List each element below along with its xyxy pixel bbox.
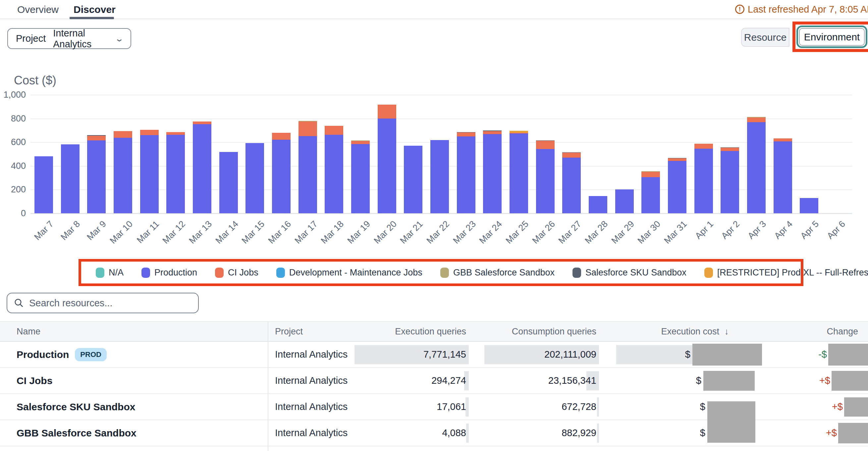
table-row-salesforce-sku-sandbox[interactable]: Salesforce SKU SandboxInternal Analytics… bbox=[0, 394, 868, 420]
x-axis-tick-mar-14: Mar 14 bbox=[213, 219, 240, 246]
x-axis-tick-mar-21: Mar 21 bbox=[398, 219, 425, 246]
x-axis-tick-mar-25: Mar 25 bbox=[504, 219, 531, 246]
execution-queries-cell: 17,061 bbox=[358, 394, 469, 420]
bar-segment-production bbox=[774, 141, 792, 213]
column-header-change[interactable]: Change bbox=[762, 326, 868, 337]
tab-discover[interactable]: Discover bbox=[73, 4, 116, 15]
execution-queries-cell-value: 4,088 bbox=[442, 427, 466, 439]
project-cell: Internal Analytics bbox=[268, 368, 358, 393]
redacted-change-block bbox=[832, 371, 868, 391]
bar-segment-ci-jobs bbox=[774, 138, 792, 142]
change-cell: +$ bbox=[762, 394, 868, 420]
legend-item-gbb-salesforce-sandbox[interactable]: GBB Salesforce Sandbox bbox=[440, 267, 555, 278]
x-axis-tick-apr-4: Apr 4 bbox=[772, 219, 795, 241]
y-axis-tick-1000: 1,000 bbox=[0, 90, 26, 100]
cost-bar-chart: 02004006008001,000Mar 7Mar 8Mar 9Mar 10M… bbox=[30, 95, 849, 214]
x-axis-tick-mar-30: Mar 30 bbox=[636, 219, 662, 246]
x-axis-tick-apr-1: Apr 1 bbox=[693, 219, 716, 241]
environment-toggle-button[interactable]: Environment bbox=[799, 28, 865, 46]
bar-apr-5 bbox=[800, 198, 818, 213]
redacted-change-block bbox=[838, 423, 868, 443]
x-axis-tick-mar-9: Mar 9 bbox=[85, 219, 108, 243]
bar-segment-production bbox=[720, 151, 739, 213]
consumption-queries-cell-value: 23,156,341 bbox=[548, 375, 596, 386]
legend-item-n-a[interactable]: N/A bbox=[96, 267, 124, 278]
bar-segment-production bbox=[668, 161, 686, 213]
x-axis-tick-mar-15: Mar 15 bbox=[240, 219, 267, 246]
bar-segment-production bbox=[536, 149, 555, 213]
bar-mar-10 bbox=[114, 131, 132, 213]
bar-mar-30 bbox=[641, 171, 660, 213]
legend-label: [RESTRICTED] Prod XL -- Full-Refresh job… bbox=[717, 267, 868, 278]
x-axis-tick-mar-12: Mar 12 bbox=[161, 219, 187, 246]
resource-name-cell[interactable]: Salesforce SKU Sandbox bbox=[0, 394, 268, 420]
x-axis-tick-mar-23: Mar 23 bbox=[451, 219, 478, 246]
legend-swatch-icon bbox=[704, 267, 713, 278]
bar-mar-21 bbox=[404, 146, 423, 213]
bar-segment-production bbox=[87, 140, 106, 213]
column-header-execution-cost[interactable]: Execution cost ↓ bbox=[599, 326, 762, 337]
bar-segment-production bbox=[34, 156, 53, 213]
resource-name-cell[interactable]: CI Jobs bbox=[0, 368, 268, 393]
resource-name-cell[interactable]: GBB Salesforce Sandbox bbox=[0, 420, 268, 446]
x-axis-tick-mar-28: Mar 28 bbox=[583, 219, 610, 246]
bar-mar-25 bbox=[509, 131, 528, 213]
x-axis-tick-apr-5: Apr 5 bbox=[799, 219, 821, 241]
x-axis-tick-mar-8: Mar 8 bbox=[59, 219, 82, 243]
bar-segment-ci-jobs bbox=[720, 148, 739, 151]
resource-name: CI Jobs bbox=[17, 375, 52, 386]
bar-apr-4 bbox=[774, 138, 792, 213]
column-header-project[interactable]: Project bbox=[268, 326, 358, 337]
search-box[interactable] bbox=[7, 293, 199, 313]
search-input[interactable] bbox=[29, 298, 191, 309]
project-filter-dropdown[interactable]: Project Internal Analytics ⌄ bbox=[7, 28, 131, 49]
bar-segment-production bbox=[615, 189, 634, 213]
dollar-sign: $ bbox=[685, 349, 690, 360]
resource-name-cell[interactable]: ProductionPROD bbox=[0, 342, 268, 367]
bar-segment-ci-jobs bbox=[483, 131, 502, 134]
x-axis-tick-mar-20: Mar 20 bbox=[372, 219, 399, 246]
column-header-name[interactable]: Name bbox=[0, 326, 268, 337]
x-axis-tick-mar-13: Mar 13 bbox=[187, 219, 214, 246]
resource-name: Salesforce SKU Sandbox bbox=[17, 401, 135, 413]
x-axis-tick-mar-17: Mar 17 bbox=[292, 219, 319, 246]
bar-segment-production bbox=[483, 134, 502, 213]
legend-item-salesforce-sku-sandbox[interactable]: Salesforce SKU Sandbox bbox=[572, 267, 686, 278]
execution-queries-cell: 4,088 bbox=[358, 420, 469, 446]
bar-segment-ci-jobs bbox=[114, 131, 132, 138]
bar-mar-23 bbox=[457, 132, 475, 213]
x-axis-tick-apr-6: Apr 6 bbox=[825, 219, 848, 241]
bar-mar-17 bbox=[299, 121, 317, 213]
change-sign: +$ bbox=[826, 427, 837, 439]
legend-item-ci-jobs[interactable]: CI Jobs bbox=[215, 267, 258, 278]
last-refreshed-status: ! Last refreshed Apr 7, 8:05 AM PDT bbox=[735, 3, 868, 16]
consumption-queries-cell: 23,156,341 bbox=[469, 368, 599, 393]
execution-queries-cell-value: 17,061 bbox=[437, 401, 466, 412]
x-axis-tick-mar-26: Mar 26 bbox=[530, 219, 557, 246]
gridline-800 bbox=[30, 119, 852, 119]
legend-label: N/A bbox=[108, 267, 124, 278]
table-row-ci-jobs[interactable]: CI JobsInternal Analytics294,27423,156,3… bbox=[0, 368, 868, 394]
legend-item--restricted-prod-xl-full-refresh-jobs[interactable]: [RESTRICTED] Prod XL -- Full-Refresh job… bbox=[704, 267, 868, 278]
column-header-consumption-queries[interactable]: Consumption queries bbox=[469, 326, 599, 337]
bar-segment-production bbox=[219, 152, 238, 213]
consumption-queries-cell: 202,111,009 bbox=[469, 342, 599, 367]
change-cell: +$ bbox=[762, 368, 868, 393]
bar-segment-production bbox=[61, 144, 80, 213]
bar-segment-ci-jobs bbox=[562, 153, 581, 158]
tab-overview[interactable]: Overview bbox=[17, 4, 59, 15]
project-cell: Internal Analytics bbox=[268, 394, 358, 420]
resource-toggle-button[interactable]: Resource bbox=[741, 28, 789, 47]
legend-item-production[interactable]: Production bbox=[142, 267, 197, 278]
bar-mar-19 bbox=[351, 140, 370, 213]
table-row-production[interactable]: ProductionPRODInternal Analytics7,771,14… bbox=[0, 342, 868, 368]
bar-segment-production bbox=[747, 122, 766, 213]
redacted-cost-block bbox=[703, 371, 755, 391]
legend-item-development-maintenance-jobs[interactable]: Development - Maintenance Jobs bbox=[276, 267, 423, 278]
bar-segment-ci-jobs bbox=[668, 158, 686, 161]
column-header-execution-queries[interactable]: Execution queries bbox=[358, 326, 469, 337]
project-filter-value: Internal Analytics bbox=[53, 28, 108, 50]
chevron-down-icon: ⌄ bbox=[115, 34, 124, 43]
bar-segment-production bbox=[114, 138, 132, 213]
bar-mar-9 bbox=[87, 135, 106, 213]
